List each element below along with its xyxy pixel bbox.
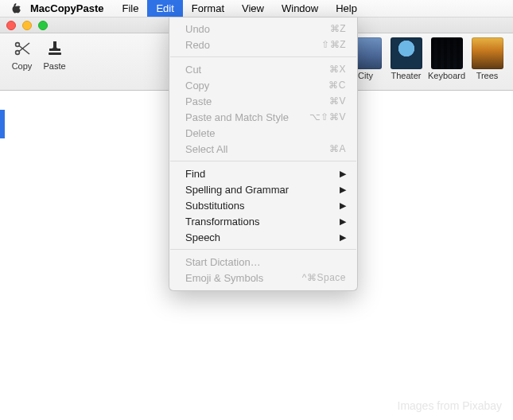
thumb-keyboard[interactable]: Keyboard — [429, 37, 464, 80]
trees-image-icon — [472, 37, 503, 69]
thumb-city-label: City — [358, 71, 373, 80]
svg-rect-2 — [49, 52, 61, 55]
thumb-trees-label: Trees — [476, 71, 499, 80]
traffic-lights — [6, 21, 48, 30]
close-window-button[interactable] — [6, 21, 16, 30]
menu-select-all[interactable]: Select All ⌘A — [169, 141, 357, 157]
menu-start-dictation[interactable]: Start Dictation… — [169, 254, 357, 270]
app-name[interactable]: MacCopyPaste — [30, 2, 103, 14]
menu-find[interactable]: Find ▶ — [169, 165, 357, 181]
stamp-icon — [44, 37, 66, 60]
paste-button[interactable]: Paste — [41, 37, 68, 71]
menu-transformations[interactable]: Transformations ▶ — [169, 213, 357, 229]
scissors-icon — [11, 37, 33, 60]
submenu-arrow-icon: ▶ — [340, 185, 346, 195]
menu-paste[interactable]: Paste ⌘V — [169, 93, 357, 109]
menubar: MacCopyPaste File Edit Format View Windo… — [0, 0, 513, 18]
submenu-arrow-icon: ▶ — [340, 232, 346, 243]
copy-button[interactable]: Copy — [8, 37, 36, 71]
maximize-window-button[interactable] — [38, 21, 48, 30]
menu-separator — [170, 56, 356, 57]
menu-emoji-symbols[interactable]: Emoji & Symbols ^⌘Space — [169, 270, 357, 286]
menu-window[interactable]: Window — [273, 0, 327, 17]
thumb-theater[interactable]: Theater — [388, 37, 424, 80]
menu-cut[interactable]: Cut ⌘X — [169, 61, 357, 77]
thumb-trees[interactable]: Trees — [469, 37, 505, 80]
submenu-arrow-icon: ▶ — [340, 216, 346, 227]
menu-separator — [170, 161, 356, 161]
menu-spelling-grammar[interactable]: Spelling and Grammar ▶ — [169, 181, 357, 197]
edit-dropdown: Undo ⌘Z Redo ⇧⌘Z Cut ⌘X Copy ⌘C Paste ⌘V… — [169, 18, 358, 291]
menu-file[interactable]: File — [113, 0, 147, 17]
menu-redo[interactable]: Redo ⇧⌘Z — [169, 37, 357, 52]
apple-logo-icon[interactable] — [10, 3, 21, 14]
menu-copy[interactable]: Copy ⌘C — [169, 77, 357, 93]
menu-separator — [170, 249, 356, 250]
watermark-text: Images from Pixabay — [398, 399, 503, 412]
paste-button-label: Paste — [43, 61, 65, 71]
menu-help[interactable]: Help — [327, 0, 366, 17]
thumb-theater-label: Theater — [391, 71, 422, 80]
menu-view[interactable]: View — [233, 0, 273, 17]
copy-button-label: Copy — [12, 61, 33, 71]
menu-delete[interactable]: Delete — [169, 125, 357, 141]
svg-point-1 — [15, 51, 19, 55]
selection-indicator — [0, 110, 5, 138]
menu-edit[interactable]: Edit — [147, 0, 182, 17]
svg-point-0 — [15, 43, 19, 47]
menu-undo[interactable]: Undo ⌘Z — [169, 21, 357, 37]
submenu-arrow-icon: ▶ — [340, 200, 346, 211]
keyboard-image-icon — [431, 37, 463, 69]
theater-image-icon — [391, 37, 422, 69]
menu-format[interactable]: Format — [183, 0, 233, 17]
minimize-window-button[interactable] — [22, 21, 32, 30]
menu-paste-match-style[interactable]: Paste and Match Style ⌥⇧⌘V — [169, 109, 357, 125]
menu-speech[interactable]: Speech ▶ — [169, 229, 357, 245]
thumb-keyboard-label: Keyboard — [428, 71, 465, 80]
menu-substitutions[interactable]: Substitutions ▶ — [169, 197, 357, 213]
submenu-arrow-icon: ▶ — [340, 169, 346, 179]
